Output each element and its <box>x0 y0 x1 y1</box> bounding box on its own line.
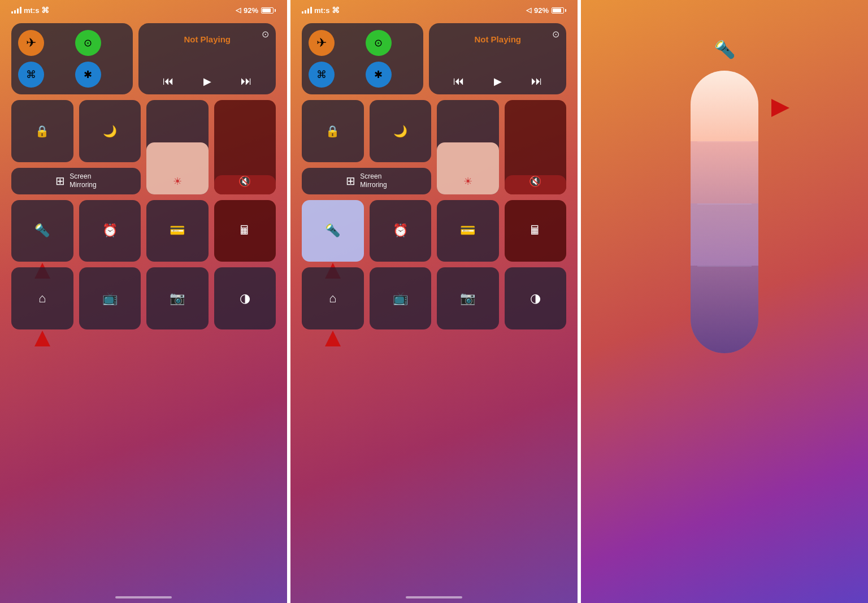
airplane-btn-1[interactable]: ✈ <box>18 30 44 56</box>
wallet-btn-1[interactable]: 💳 <box>146 200 209 262</box>
camera-btn-1[interactable]: 📷 <box>146 267 209 329</box>
screen-mirror-icon-2: ⊞ <box>346 174 355 188</box>
p3-flashlight-small: 🔦 <box>714 40 735 59</box>
bluetooth-btn-2[interactable]: ✱ <box>366 62 392 88</box>
screen-rotation-btn-1[interactable]: 🔒 <box>11 100 73 162</box>
flashlight-btn-2[interactable]: 🔦 <box>302 200 364 262</box>
play-btn-2[interactable]: ▶ <box>494 75 502 88</box>
bluetooth-btn-1[interactable]: ✱ <box>75 62 101 88</box>
middle-row-2: 🔒 🌙 ☀ 🔇 ⊞ ScreenMirroring <box>302 100 566 194</box>
connectivity-block-2: ✈ ⊙ ⌘ ✱ <box>302 23 423 94</box>
carrier-2: mt:s <box>314 6 329 15</box>
battery-body-2 <box>552 7 564 14</box>
screen-mirror-label-1: ScreenMirroring <box>70 172 96 190</box>
volume-icon-2: 🔇 <box>529 175 541 188</box>
control-center-1: ✈ ⊙ ⌘ ✱ ⊙ Not Playing ⏮ ▶ ⏭ 🔒 🌙 <box>0 18 287 341</box>
prev-btn-2[interactable]: ⏮ <box>453 75 465 88</box>
accessibility-btn-2[interactable]: ◑ <box>505 267 567 329</box>
battery-icon-1 <box>261 7 276 14</box>
remote-btn-2[interactable]: 📺 <box>370 267 432 329</box>
home-btn-1[interactable]: ⌂ <box>11 267 73 329</box>
battery-icon-2 <box>552 7 566 14</box>
remote-btn-1[interactable]: 📺 <box>79 267 141 329</box>
bar1-2 <box>302 11 303 14</box>
cellular-btn-2[interactable]: ⊙ <box>366 30 392 56</box>
battery-tip-1 <box>275 9 276 12</box>
bar4 <box>20 7 21 14</box>
location-icon-1: ◁ <box>236 6 241 14</box>
airplay-icon-1[interactable]: ⊙ <box>262 29 269 40</box>
do-not-disturb-btn-1[interactable]: 🌙 <box>79 100 141 162</box>
top-row-2: ✈ ⊙ ⌘ ✱ ⊙ Not Playing ⏮ ▶ ⏭ <box>302 23 566 94</box>
battery-fill-2 <box>553 8 561 12</box>
p3-slider-bg <box>691 71 758 353</box>
flashlight-btn-1[interactable]: 🔦 <box>11 200 73 262</box>
top-row-1: ✈ ⊙ ⌘ ✱ ⊙ Not Playing ⏮ ▶ ⏭ <box>11 23 276 94</box>
wallet-btn-2[interactable]: 💳 <box>437 200 499 262</box>
bar1 <box>11 11 13 14</box>
control-center-2: ✈ ⊙ ⌘ ✱ ⊙ Not Playing ⏮ ▶ ⏭ 🔒 🌙 ☀ <box>290 18 578 341</box>
airplay-icon-2[interactable]: ⊙ <box>552 29 559 40</box>
p3-slider-container[interactable] <box>691 71 758 353</box>
airplane-btn-2[interactable]: ✈ <box>309 30 335 56</box>
home-arrow-2 <box>325 331 341 346</box>
clock-btn-1[interactable]: ⏰ <box>79 200 141 262</box>
battery-tip-2 <box>565 9 566 12</box>
bar3 <box>17 8 19 14</box>
status-bar-1: mt:s ⌘ ◁ 92% <box>0 0 287 18</box>
status-bar-2: mt:s ⌘ ◁ 92% <box>290 0 578 18</box>
battery-pct-2: 92% <box>534 6 549 15</box>
p3-lower-section <box>691 203 758 266</box>
media-title-1: Not Playing <box>147 34 267 44</box>
p3-arrow-right <box>771 99 789 117</box>
media-block-1: ⊙ Not Playing ⏮ ▶ ⏭ <box>138 23 276 94</box>
brightness-slider-2[interactable]: ☀ <box>437 100 499 194</box>
next-btn-1[interactable]: ⏭ <box>241 75 252 88</box>
cellular-btn-1[interactable]: ⊙ <box>75 30 101 56</box>
accessibility-btn-1[interactable]: ◑ <box>214 267 276 329</box>
volume-slider-2[interactable]: 🔇 <box>505 100 567 194</box>
signal-bars-1 <box>11 7 21 14</box>
calculator-btn-2[interactable]: 🖩 <box>505 200 567 262</box>
bottom-row-2a: 🔦 ⏰ 💳 🖩 <box>302 200 566 262</box>
bar2-2 <box>305 10 306 14</box>
screen-mirror-btn-1[interactable]: ⊞ ScreenMirroring <box>11 168 141 194</box>
wifi-icon-1: ⌘ <box>41 6 49 15</box>
wifi-btn-1[interactable]: ⌘ <box>18 62 44 88</box>
brightness-slider-1[interactable]: ☀ <box>146 100 209 194</box>
screen-rotation-btn-2[interactable]: 🔒 <box>302 100 364 162</box>
status-right-2: ◁ 92% <box>526 6 566 15</box>
bar3-2 <box>307 8 309 14</box>
home-indicator-2 <box>406 596 462 598</box>
status-right-1: ◁ 92% <box>236 6 276 15</box>
screen-mirror-label-2: ScreenMirroring <box>360 172 387 190</box>
status-left-1: mt:s ⌘ <box>11 6 49 15</box>
wifi-btn-2[interactable]: ⌘ <box>309 62 335 88</box>
battery-pct-1: 92% <box>244 6 258 15</box>
clock-btn-2[interactable]: ⏰ <box>370 200 432 262</box>
battery-fill-1 <box>262 8 271 12</box>
home-btn-2[interactable]: ⌂ <box>302 267 364 329</box>
bar4-2 <box>310 7 312 14</box>
camera-btn-2[interactable]: 📷 <box>437 267 499 329</box>
panel-2: mt:s ⌘ ◁ 92% ✈ ⊙ ⌘ ✱ ⊙ Not Playing <box>290 0 578 603</box>
home-arrow-1 <box>34 331 50 346</box>
panel-3-content: 🔦 <box>581 0 868 603</box>
bottom-row-2b: ⌂ 📺 📷 ◑ <box>302 267 566 329</box>
panel-1: mt:s ⌘ ◁ 92% ✈ ⊙ ⌘ ✱ ⊙ Not <box>0 0 287 603</box>
carrier-1: mt:s <box>24 6 39 15</box>
do-not-disturb-btn-2[interactable]: 🌙 <box>370 100 432 162</box>
calculator-btn-1[interactable]: 🖩 <box>214 200 276 262</box>
p3-bottom-section <box>691 266 758 353</box>
media-controls-1: ⏮ ▶ ⏭ <box>147 75 267 88</box>
volume-slider-1[interactable]: 🔇 <box>214 100 276 194</box>
middle-row-1: 🔒 🌙 ☀ 🔇 ⊞ ScreenMirroring <box>11 100 276 194</box>
media-title-2: Not Playing <box>438 34 557 44</box>
next-btn-2[interactable]: ⏭ <box>531 75 542 88</box>
bottom-row-1b: ⌂ 📺 📷 ◑ <box>11 267 276 329</box>
screen-mirror-btn-2[interactable]: ⊞ ScreenMirroring <box>302 168 431 194</box>
prev-btn-1[interactable]: ⏮ <box>163 75 174 88</box>
battery-body-1 <box>261 7 274 14</box>
p3-mid-section <box>691 141 758 203</box>
play-btn-1[interactable]: ▶ <box>203 75 211 88</box>
